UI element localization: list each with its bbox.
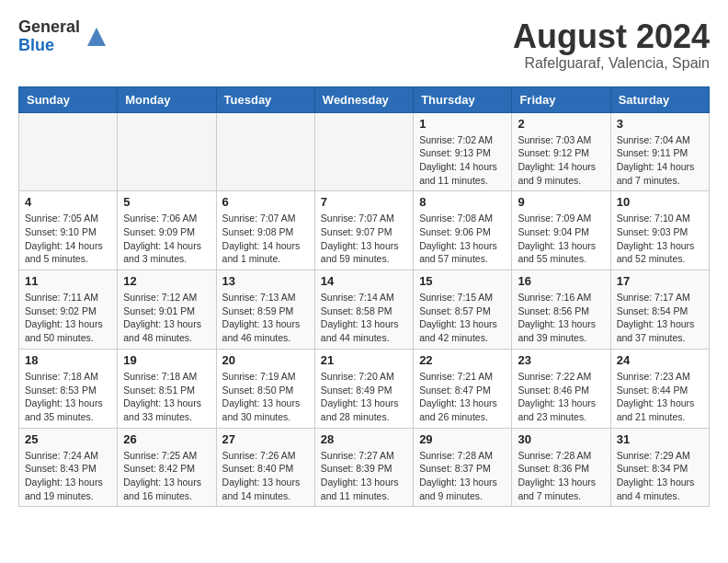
day-info: Sunrise: 7:06 AM Sunset: 9:09 PM Dayligh… (123, 212, 210, 266)
day-number: 31 (617, 432, 703, 446)
title-block: August 2024 Rafelguaraf, Valencia, Spain (513, 18, 710, 72)
day-info: Sunrise: 7:11 AM Sunset: 9:02 PM Dayligh… (25, 291, 111, 345)
day-number: 16 (518, 274, 604, 288)
column-header-saturday: Saturday (610, 86, 709, 112)
calendar-week-row: 4Sunrise: 7:05 AM Sunset: 9:10 PM Daylig… (19, 191, 710, 270)
day-number: 12 (123, 274, 210, 288)
calendar-cell (118, 112, 216, 191)
day-info: Sunrise: 7:08 AM Sunset: 9:06 PM Dayligh… (419, 212, 506, 266)
day-number: 3 (617, 117, 703, 131)
day-info: Sunrise: 7:17 AM Sunset: 8:54 PM Dayligh… (617, 291, 703, 345)
calendar-cell: 21Sunrise: 7:20 AM Sunset: 8:49 PM Dayli… (314, 349, 413, 428)
day-info: Sunrise: 7:09 AM Sunset: 9:04 PM Dayligh… (518, 212, 604, 266)
calendar-cell: 29Sunrise: 7:28 AM Sunset: 8:37 PM Dayli… (414, 428, 512, 507)
calendar-cell: 11Sunrise: 7:11 AM Sunset: 9:02 PM Dayli… (19, 270, 118, 350)
day-number: 11 (25, 274, 111, 288)
calendar-cell: 13Sunrise: 7:13 AM Sunset: 8:59 PM Dayli… (216, 270, 314, 350)
calendar-cell: 22Sunrise: 7:21 AM Sunset: 8:47 PM Dayli… (414, 349, 512, 428)
day-info: Sunrise: 7:03 AM Sunset: 9:12 PM Dayligh… (518, 133, 604, 188)
column-header-friday: Friday (512, 86, 610, 112)
day-number: 23 (518, 353, 604, 367)
day-info: Sunrise: 7:20 AM Sunset: 8:49 PM Dayligh… (321, 370, 407, 424)
day-info: Sunrise: 7:10 AM Sunset: 9:03 PM Dayligh… (617, 212, 703, 266)
day-number: 18 (25, 353, 111, 367)
day-number: 6 (222, 195, 309, 209)
logo-general: General (18, 18, 80, 37)
calendar-cell: 12Sunrise: 7:12 AM Sunset: 9:01 PM Dayli… (118, 270, 216, 350)
day-number: 15 (419, 274, 506, 288)
column-header-thursday: Thursday (414, 86, 512, 112)
day-number: 24 (617, 353, 703, 367)
day-info: Sunrise: 7:14 AM Sunset: 8:58 PM Dayligh… (321, 291, 407, 345)
logo-blue: Blue (18, 37, 80, 55)
calendar-week-row: 11Sunrise: 7:11 AM Sunset: 9:02 PM Dayli… (19, 270, 710, 350)
calendar-header-row: SundayMondayTuesdayWednesdayThursdayFrid… (19, 86, 710, 112)
day-number: 27 (222, 432, 309, 446)
column-header-sunday: Sunday (19, 86, 118, 112)
column-header-wednesday: Wednesday (314, 86, 413, 112)
calendar-cell: 8Sunrise: 7:08 AM Sunset: 9:06 PM Daylig… (414, 191, 512, 270)
location-subtitle: Rafelguaraf, Valencia, Spain (513, 55, 710, 72)
column-header-monday: Monday (118, 86, 216, 112)
day-number: 7 (321, 195, 407, 209)
day-info: Sunrise: 7:23 AM Sunset: 8:44 PM Dayligh… (617, 370, 703, 424)
day-number: 14 (321, 274, 407, 288)
day-number: 19 (123, 353, 210, 367)
calendar-table: SundayMondayTuesdayWednesdayThursdayFrid… (18, 86, 710, 508)
calendar-cell: 7Sunrise: 7:07 AM Sunset: 9:07 PM Daylig… (314, 191, 413, 270)
day-number: 10 (617, 195, 703, 209)
day-info: Sunrise: 7:22 AM Sunset: 8:46 PM Dayligh… (518, 370, 604, 424)
calendar-cell: 23Sunrise: 7:22 AM Sunset: 8:46 PM Dayli… (512, 349, 610, 428)
day-info: Sunrise: 7:07 AM Sunset: 9:07 PM Dayligh… (321, 212, 407, 266)
day-info: Sunrise: 7:15 AM Sunset: 8:57 PM Dayligh… (419, 291, 506, 345)
calendar-cell: 17Sunrise: 7:17 AM Sunset: 8:54 PM Dayli… (610, 270, 709, 350)
calendar-cell: 16Sunrise: 7:16 AM Sunset: 8:56 PM Dayli… (512, 270, 610, 350)
day-info: Sunrise: 7:25 AM Sunset: 8:42 PM Dayligh… (123, 449, 210, 503)
calendar-cell (216, 112, 314, 191)
day-number: 2 (518, 117, 604, 131)
calendar-cell: 27Sunrise: 7:26 AM Sunset: 8:40 PM Dayli… (216, 428, 314, 507)
calendar-cell: 24Sunrise: 7:23 AM Sunset: 8:44 PM Dayli… (610, 349, 709, 428)
calendar-cell: 15Sunrise: 7:15 AM Sunset: 8:57 PM Dayli… (414, 270, 512, 350)
day-info: Sunrise: 7:24 AM Sunset: 8:43 PM Dayligh… (25, 449, 111, 503)
day-number: 9 (518, 195, 604, 209)
month-year-title: August 2024 (513, 18, 710, 55)
day-number: 20 (222, 353, 309, 367)
day-info: Sunrise: 7:05 AM Sunset: 9:10 PM Dayligh… (25, 212, 111, 266)
day-info: Sunrise: 7:12 AM Sunset: 9:01 PM Dayligh… (123, 291, 210, 345)
calendar-cell: 1Sunrise: 7:02 AM Sunset: 9:13 PM Daylig… (414, 112, 512, 191)
day-number: 8 (419, 195, 506, 209)
page-header: General Blue August 2024 Rafelguaraf, Va… (18, 18, 710, 72)
day-info: Sunrise: 7:02 AM Sunset: 9:13 PM Dayligh… (419, 133, 506, 188)
calendar-cell: 19Sunrise: 7:18 AM Sunset: 8:51 PM Dayli… (118, 349, 216, 428)
calendar-cell: 28Sunrise: 7:27 AM Sunset: 8:39 PM Dayli… (314, 428, 413, 507)
day-number: 22 (419, 353, 506, 367)
calendar-cell: 14Sunrise: 7:14 AM Sunset: 8:58 PM Dayli… (314, 270, 413, 350)
calendar-cell: 18Sunrise: 7:18 AM Sunset: 8:53 PM Dayli… (19, 349, 118, 428)
calendar-cell: 2Sunrise: 7:03 AM Sunset: 9:12 PM Daylig… (512, 112, 610, 191)
day-info: Sunrise: 7:26 AM Sunset: 8:40 PM Dayligh… (222, 449, 309, 503)
day-info: Sunrise: 7:16 AM Sunset: 8:56 PM Dayligh… (518, 291, 604, 345)
day-number: 25 (25, 432, 111, 446)
calendar-week-row: 1Sunrise: 7:02 AM Sunset: 9:13 PM Daylig… (19, 112, 710, 191)
day-number: 30 (518, 432, 604, 446)
logo: General Blue (18, 18, 109, 55)
day-info: Sunrise: 7:28 AM Sunset: 8:36 PM Dayligh… (518, 449, 604, 503)
calendar-week-row: 18Sunrise: 7:18 AM Sunset: 8:53 PM Dayli… (19, 349, 710, 428)
day-info: Sunrise: 7:18 AM Sunset: 8:53 PM Dayligh… (25, 370, 111, 424)
calendar-cell: 20Sunrise: 7:19 AM Sunset: 8:50 PM Dayli… (216, 349, 314, 428)
calendar-cell: 9Sunrise: 7:09 AM Sunset: 9:04 PM Daylig… (512, 191, 610, 270)
day-number: 29 (419, 432, 506, 446)
day-info: Sunrise: 7:28 AM Sunset: 8:37 PM Dayligh… (419, 449, 506, 503)
day-number: 1 (419, 117, 506, 131)
day-number: 28 (321, 432, 407, 446)
day-info: Sunrise: 7:18 AM Sunset: 8:51 PM Dayligh… (123, 370, 210, 424)
day-number: 5 (123, 195, 210, 209)
calendar-cell: 6Sunrise: 7:07 AM Sunset: 9:08 PM Daylig… (216, 191, 314, 270)
calendar-cell: 4Sunrise: 7:05 AM Sunset: 9:10 PM Daylig… (19, 191, 118, 270)
day-info: Sunrise: 7:19 AM Sunset: 8:50 PM Dayligh… (222, 370, 309, 424)
day-number: 26 (123, 432, 210, 446)
day-number: 13 (222, 274, 309, 288)
calendar-cell: 26Sunrise: 7:25 AM Sunset: 8:42 PM Dayli… (118, 428, 216, 507)
calendar-week-row: 25Sunrise: 7:24 AM Sunset: 8:43 PM Dayli… (19, 428, 710, 507)
